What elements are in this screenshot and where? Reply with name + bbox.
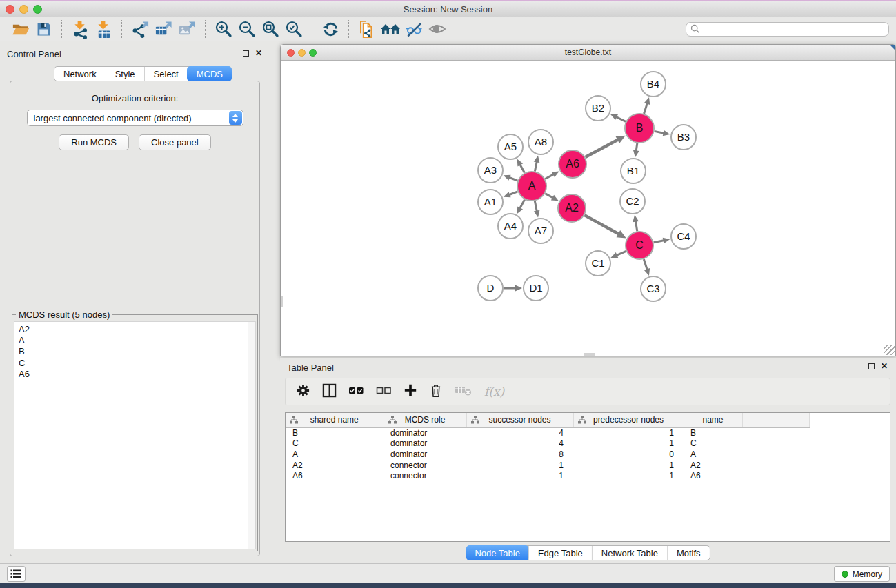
graph-node-A3[interactable]: A3 [478,158,503,183]
graph-edge-A-A7[interactable] [534,201,540,218]
table-row[interactable]: Cdominator41C [286,438,809,449]
zoom-window-button[interactable] [309,49,317,57]
graph-edge-C-C2[interactable] [633,215,639,231]
result-item[interactable]: A2 [19,324,255,335]
close-window-button[interactable] [287,49,295,57]
graph-edge-A2-C[interactable] [584,215,626,238]
task-history-button[interactable] [7,566,26,582]
column-header-successor-nodes[interactable]: successor nodes [466,413,573,427]
graph-node-B2[interactable]: B2 [586,96,610,121]
graph-edge-A-A6[interactable] [545,171,559,179]
graph-node-B[interactable]: B [625,114,654,143]
graph-node-C2[interactable]: C2 [620,189,645,214]
cell-shared-name[interactable]: B [286,427,384,438]
close-panel-icon[interactable]: ✕ [255,50,262,57]
criterion-dropdown[interactable]: largest connected component (directed) [27,110,243,126]
graph-node-B4[interactable]: B4 [641,72,666,97]
cell-MCDS-role[interactable]: connector [384,470,466,481]
graph-edge-A-A5[interactable] [517,159,525,173]
graph-node-C4[interactable]: C4 [671,224,696,249]
minimize-window-button[interactable] [19,5,28,14]
graph-node-A5[interactable]: A5 [498,134,523,159]
graph-node-B1[interactable]: B1 [621,159,646,183]
cell-predecessor-nodes[interactable]: 1 [573,460,684,471]
graph-node-D1[interactable]: D1 [524,276,548,301]
cell-predecessor-nodes[interactable]: 0 [573,449,684,460]
graph-edge-B-B4[interactable] [644,97,650,114]
graph-edge-D-D1[interactable] [504,285,522,292]
cell-successor-nodes[interactable]: 4 [466,438,573,449]
new-network-from-selection-button[interactable] [355,19,379,39]
export-network-button[interactable] [128,19,152,39]
float-panel-icon[interactable] [868,363,875,369]
network-canvas[interactable]: AA6A2BCA1A3A4A5A7A8B1B2B3B4C1C2C3C4DD1 [281,61,895,356]
refresh-view-button[interactable] [319,19,342,39]
cell-predecessor-nodes[interactable]: 1 [573,438,684,449]
table-options-button[interactable] [296,383,310,401]
delete-table-button[interactable] [455,384,472,399]
grow-corner-icon[interactable] [890,45,895,50]
cell-shared-name[interactable]: A6 [286,470,384,481]
minimize-window-button[interactable] [298,49,306,57]
graph-edge-B-B1[interactable] [633,143,639,157]
graph-node-C[interactable]: C [626,232,653,259]
cell-name[interactable]: A [684,449,742,460]
cell-MCDS-role[interactable]: dominator [384,438,466,449]
zoom-fit-button[interactable] [259,19,282,39]
column-header-predecessor-nodes[interactable]: predecessor nodes [573,413,684,427]
open-session-button[interactable] [8,19,32,39]
table-row[interactable]: A2connector11A2 [286,460,809,471]
resize-grip[interactable] [884,345,895,355]
cell-successor-nodes[interactable]: 1 [466,460,573,471]
float-panel-icon[interactable] [243,50,249,57]
cell-successor-nodes[interactable]: 8 [466,449,573,460]
cell-predecessor-nodes[interactable]: 1 [573,470,684,481]
graph-edge-B-B3[interactable] [655,130,670,136]
vertical-scroll-hint[interactable] [281,296,283,307]
result-item[interactable]: C [19,358,255,369]
graph-edge-A-A1[interactable] [504,192,518,197]
zoom-window-button[interactable] [33,5,42,14]
column-header-MCDS-role[interactable]: MCDS role [384,413,466,427]
import-network-button[interactable] [68,19,92,39]
tab-select[interactable]: Select [144,67,188,81]
cell-successor-nodes[interactable]: 1 [466,470,573,481]
column-header-name[interactable]: name [684,413,742,427]
result-item[interactable]: A6 [19,369,255,380]
close-panel-button[interactable]: Close panel [139,134,211,150]
horizontal-scroll-hint[interactable] [584,353,595,356]
zoom-out-button[interactable] [235,19,259,39]
memory-button[interactable]: Memory [834,566,890,582]
tab-mcds[interactable]: MCDS [187,66,232,81]
graph-edge-A-A4[interactable] [517,199,524,214]
graph-edge-A-A2[interactable] [545,194,558,201]
result-item[interactable]: B [19,346,255,357]
graph-node-A8[interactable]: A8 [528,130,553,154]
graph-node-A2[interactable]: A2 [558,194,586,222]
show-columns-button[interactable] [322,383,337,401]
save-session-button[interactable] [32,19,55,39]
tab-network[interactable]: Network [54,67,106,81]
graph-edge-C-C4[interactable] [654,238,670,244]
graph-node-A6[interactable]: A6 [559,150,586,178]
create-column-button[interactable] [404,383,417,400]
graph-edge-A6-B[interactable] [586,136,626,157]
deselect-all-button[interactable] [376,385,392,399]
graph-node-A7[interactable]: A7 [528,219,553,243]
select-all-button[interactable] [348,385,364,399]
tab-motifs[interactable]: Motifs [667,546,710,560]
show-all-networks-button[interactable] [379,19,402,39]
cell-MCDS-role[interactable]: connector [384,460,466,471]
graph-node-D[interactable]: D [478,276,503,301]
cell-successor-nodes[interactable]: 4 [466,427,573,438]
cell-name[interactable]: C [684,438,742,449]
cell-shared-name[interactable]: A2 [286,460,384,471]
tab-style[interactable]: Style [106,67,144,81]
table-row[interactable]: A6connector11A6 [286,470,809,481]
network-window-titlebar[interactable]: testGlobe.txt [281,45,895,61]
cell-name[interactable]: B [684,427,742,438]
network-graph[interactable]: AA6A2BCA1A3A4A5A7A8B1B2B3B4C1C2C3C4DD1 [281,61,895,356]
hide-graphics-details-button[interactable] [402,19,426,39]
search-input[interactable] [686,22,889,37]
graph-node-B3[interactable]: B3 [671,125,696,150]
